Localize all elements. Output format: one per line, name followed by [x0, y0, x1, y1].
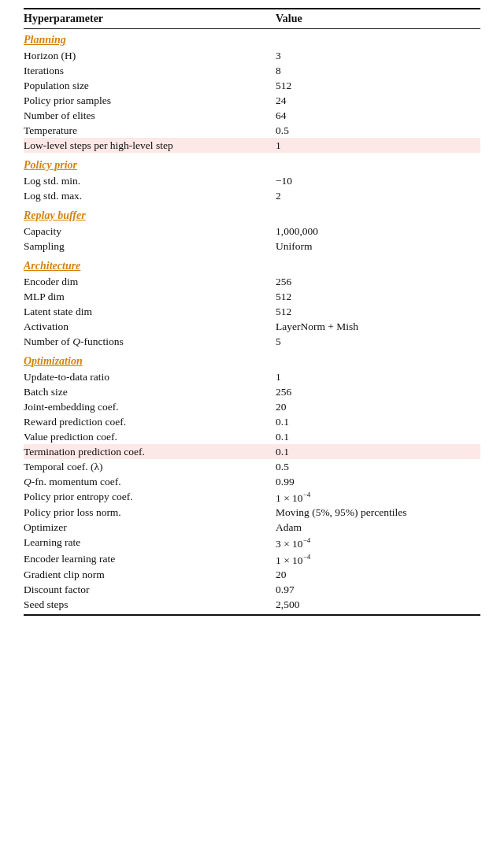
param-cell: Capacity [24, 225, 276, 238]
table-header: Hyperparameter Value [24, 9, 480, 29]
value-cell: Adam [276, 521, 480, 534]
section-heading-replay-buffer: Replay buffer [24, 205, 480, 224]
param-cell: Encoder dim [24, 276, 276, 288]
table-row: Encoder learning rate1 × 10−4 [24, 551, 480, 568]
value-cell: 1 [276, 371, 480, 383]
table-row: Policy prior entropy coef.1 × 10−4 [24, 489, 480, 506]
section-heading-policy-prior: Policy prior [24, 154, 480, 173]
param-cell: Low-level steps per high-level step [24, 139, 276, 152]
value-cell: 8 [276, 65, 480, 77]
table-row: Policy prior loss norm.Moving (5%, 95%) … [24, 506, 480, 521]
param-cell: Batch size [24, 386, 276, 398]
value-cell: 512 [276, 306, 480, 318]
param-cell: Log std. max. [24, 190, 276, 202]
param-cell: Discount factor [24, 584, 276, 596]
value-cell: 256 [276, 276, 480, 288]
value-cell: 2,500 [276, 598, 480, 611]
table-row: Temporal coef. (λ)0.5 [24, 459, 480, 474]
table-row: Iterations8 [24, 63, 480, 78]
hyperparameter-table: Hyperparameter Value PlanningHorizon (H)… [24, 8, 480, 616]
value-cell: Moving (5%, 95%) percentiles [276, 506, 480, 519]
section-replay-buffer: Replay bufferCapacity1,000,000SamplingUn… [24, 205, 480, 254]
param-cell: Number of Q-functions [24, 335, 276, 348]
param-cell: Sampling [24, 240, 276, 253]
value-cell: 0.1 [276, 446, 480, 458]
header-value: Value [276, 13, 480, 25]
value-cell: 0.5 [276, 461, 480, 473]
value-cell: 2 [276, 190, 480, 202]
param-cell: Population size [24, 80, 276, 92]
value-cell: 1 × 10−4 [276, 491, 480, 505]
param-cell: Policy prior loss norm. [24, 506, 276, 519]
table-row: Low-level steps per high-level step1 [24, 138, 480, 153]
value-cell: 5 [276, 335, 480, 348]
table-row: ActivationLayerNorm + Mish [24, 319, 480, 334]
param-cell: Gradient clip norm [24, 569, 276, 581]
param-cell: Q-fn. momentum coef. [24, 476, 276, 488]
value-cell: 1 × 10−4 [276, 553, 480, 567]
section-planning: PlanningHorizon (H)3Iterations8Populatio… [24, 29, 480, 153]
table-row: SamplingUniform [24, 239, 480, 254]
value-cell: 3 × 10−4 [276, 536, 480, 550]
param-cell: Termination prediction coef. [24, 446, 276, 458]
table-row: Policy prior samples24 [24, 93, 480, 108]
param-cell: Horizon (H) [24, 50, 276, 62]
table-row: Latent state dim512 [24, 304, 480, 319]
param-cell: Encoder learning rate [24, 553, 276, 567]
value-cell: LayerNorm + Mish [276, 320, 480, 333]
value-cell: 1 [276, 139, 480, 152]
param-cell: Iterations [24, 65, 276, 77]
table-row: Value prediction coef.0.1 [24, 429, 480, 444]
value-cell: Uniform [276, 240, 480, 253]
param-cell: Update-to-data ratio [24, 371, 276, 383]
param-cell: Seed steps [24, 598, 276, 611]
table-row: Temperature0.5 [24, 123, 480, 138]
param-cell: Value prediction coef. [24, 431, 276, 443]
value-cell: 20 [276, 401, 480, 413]
table-row: Log std. max.2 [24, 188, 480, 203]
table-row: Termination prediction coef.0.1 [24, 444, 480, 459]
section-heading-optimization: Optimization [24, 350, 480, 369]
value-cell: 20 [276, 569, 480, 581]
section-optimization: OptimizationUpdate-to-data ratio1Batch s… [24, 350, 480, 613]
table-row: Population size512 [24, 78, 480, 93]
param-cell: Joint-embedding coef. [24, 401, 276, 413]
param-cell: Latent state dim [24, 306, 276, 318]
table-row: Discount factor0.97 [24, 583, 480, 598]
param-cell: Temporal coef. (λ) [24, 461, 276, 473]
section-architecture: ArchitectureEncoder dim256MLP dim512Late… [24, 255, 480, 349]
value-cell: 512 [276, 80, 480, 92]
value-cell: 3 [276, 50, 480, 62]
value-cell: 0.5 [276, 124, 480, 137]
table-row: Reward prediction coef.0.1 [24, 414, 480, 429]
value-cell: 64 [276, 109, 480, 122]
table-row: Q-fn. momentum coef.0.99 [24, 474, 480, 489]
value-cell: 256 [276, 386, 480, 398]
section-heading-planning: Planning [24, 29, 480, 48]
table-row: MLP dim512 [24, 289, 480, 304]
table-row: Update-to-data ratio1 [24, 369, 480, 384]
value-cell: 512 [276, 291, 480, 303]
param-cell: Policy prior entropy coef. [24, 491, 276, 505]
value-cell: −10 [276, 175, 480, 187]
param-cell: Number of elites [24, 109, 276, 122]
param-cell: Temperature [24, 124, 276, 137]
param-cell: Reward prediction coef. [24, 416, 276, 428]
param-cell: Learning rate [24, 536, 276, 550]
table-row: Gradient clip norm20 [24, 568, 480, 583]
table-row: Number of Q-functions5 [24, 334, 480, 349]
table-row: Capacity1,000,000 [24, 224, 480, 239]
table-row: Learning rate3 × 10−4 [24, 535, 480, 552]
table-row: OptimizerAdam [24, 521, 480, 535]
param-cell: Optimizer [24, 521, 276, 534]
table-row: Horizon (H)3 [24, 48, 480, 63]
sections-container: PlanningHorizon (H)3Iterations8Populatio… [24, 29, 480, 613]
value-cell: 0.99 [276, 476, 480, 488]
table-row: Number of elites64 [24, 108, 480, 123]
value-cell: 0.97 [276, 584, 480, 596]
section-heading-architecture: Architecture [24, 255, 480, 274]
header-param: Hyperparameter [24, 13, 276, 25]
table-row: Joint-embedding coef.20 [24, 399, 480, 414]
param-cell: Policy prior samples [24, 94, 276, 107]
value-cell: 0.1 [276, 431, 480, 443]
